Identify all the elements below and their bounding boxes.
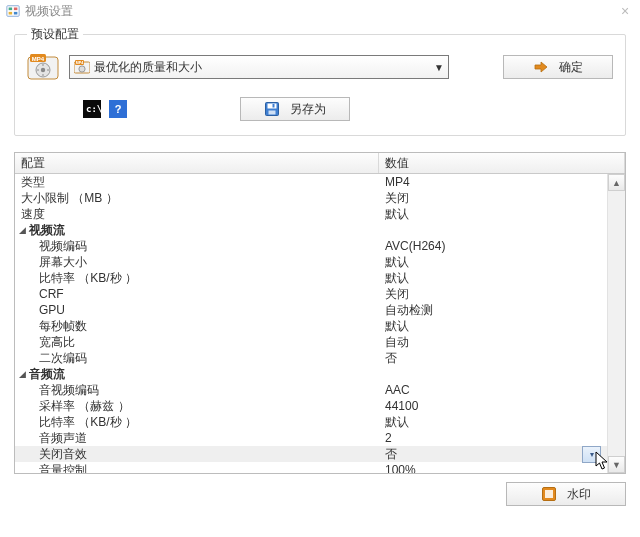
cell-value-text: 默认: [385, 318, 409, 335]
cell-key: 音视频编码: [15, 382, 379, 399]
cell-value-text: 默认: [385, 270, 409, 287]
cell-value-text: AVC(H264): [385, 239, 445, 253]
table-row[interactable]: 比特率 （KB/秒 ）默认: [15, 414, 607, 430]
vertical-scrollbar[interactable]: ▲ ▼: [607, 174, 625, 473]
table-body: 类型MP4大小限制 （MB ）关闭速度默认◢视频流视频编码AVC(H264)屏幕…: [15, 174, 607, 473]
close-icon[interactable]: ×: [616, 3, 634, 19]
header-config[interactable]: 配置: [15, 153, 379, 173]
svg-rect-1: [9, 8, 13, 11]
cell-dropdown-button[interactable]: ▾: [582, 446, 601, 463]
cell-value-text: 关闭: [385, 286, 409, 303]
preset-format-icon: MP4: [27, 51, 59, 83]
group-label: 音频流: [29, 366, 65, 383]
header-value[interactable]: 数值: [379, 153, 625, 173]
commandline-icon[interactable]: c:\: [83, 100, 101, 118]
table-row[interactable]: 宽高比自动: [15, 334, 607, 350]
table-row[interactable]: 音量控制100%: [15, 462, 607, 473]
scroll-down-icon[interactable]: ▼: [608, 456, 625, 473]
cell-value[interactable]: 默认: [379, 254, 607, 271]
table-row[interactable]: 采样率 （赫兹 ）44100: [15, 398, 607, 414]
cell-value[interactable]: MP4: [379, 175, 607, 189]
svg-rect-25: [545, 490, 553, 498]
table-group[interactable]: ◢音频流: [15, 366, 607, 382]
cell-value-text: 默认: [385, 206, 409, 223]
preset-combo-label: 最优化的质量和大小: [94, 59, 430, 76]
cell-value[interactable]: 默认: [379, 318, 607, 335]
svg-rect-23: [273, 104, 275, 108]
ok-button[interactable]: 确定: [503, 55, 613, 79]
ok-button-label: 确定: [559, 59, 583, 76]
table-row[interactable]: 音视频编码AAC: [15, 382, 607, 398]
save-as-button[interactable]: 另存为: [240, 97, 350, 121]
collapse-icon: ◢: [15, 369, 29, 379]
preset-combo-icon: MP4: [74, 59, 90, 75]
table-header: 配置 数值: [15, 153, 625, 174]
svg-point-11: [47, 69, 49, 71]
table-row[interactable]: 视频编码AVC(H264): [15, 238, 607, 254]
cell-value[interactable]: 100%: [379, 463, 607, 473]
table-row[interactable]: 关闭音效否▾: [15, 446, 607, 462]
cell-key: 关闭音效: [15, 446, 379, 463]
cell-value[interactable]: 默认: [379, 270, 607, 287]
svg-point-10: [37, 69, 39, 71]
preset-legend: 预设配置: [27, 26, 83, 43]
cell-key: 速度: [15, 206, 379, 223]
cell-value[interactable]: 2: [379, 431, 607, 445]
table-row[interactable]: 二次编码否: [15, 350, 607, 366]
cell-value[interactable]: 关闭: [379, 190, 607, 207]
cell-value[interactable]: 关闭: [379, 286, 607, 303]
cell-key: 屏幕大小: [15, 254, 379, 271]
table-group[interactable]: ◢视频流: [15, 222, 607, 238]
cell-key: 二次编码: [15, 350, 379, 367]
cell-key: 大小限制 （MB ）: [15, 190, 379, 207]
cell-value-text: 100%: [385, 463, 416, 473]
cell-key: 音频声道: [15, 430, 379, 447]
table-row[interactable]: 屏幕大小默认: [15, 254, 607, 270]
table-row[interactable]: 音频声道2: [15, 430, 607, 446]
svg-rect-22: [269, 111, 276, 115]
svg-rect-3: [9, 12, 13, 15]
cell-value-text: 关闭: [385, 190, 409, 207]
preset-group: 预设配置 MP4: [14, 26, 626, 136]
table-row[interactable]: CRF关闭: [15, 286, 607, 302]
cell-key: 音量控制: [15, 462, 379, 474]
cell-value[interactable]: 自动: [379, 334, 607, 351]
scroll-up-icon[interactable]: ▲: [608, 174, 625, 191]
svg-text:MP4: MP4: [32, 56, 45, 62]
cell-key: 每秒帧数: [15, 318, 379, 335]
svg-point-9: [41, 68, 45, 72]
group-label: 视频流: [29, 222, 65, 239]
table-row[interactable]: 速度默认: [15, 206, 607, 222]
cell-key: 宽高比: [15, 334, 379, 351]
table-row[interactable]: GPU自动检测: [15, 302, 607, 318]
cell-value[interactable]: AAC: [379, 383, 607, 397]
table-row[interactable]: 类型MP4: [15, 174, 607, 190]
video-settings-window: 视频设置 × 预设配置 MP4: [0, 0, 640, 537]
table-row[interactable]: 每秒帧数默认: [15, 318, 607, 334]
cell-value-text: MP4: [385, 175, 410, 189]
cell-value-text: AAC: [385, 383, 410, 397]
cell-value-text: 否: [385, 350, 397, 367]
svg-rect-2: [14, 8, 18, 11]
table-row[interactable]: 大小限制 （MB ）关闭: [15, 190, 607, 206]
cell-value-text: 2: [385, 431, 392, 445]
save-icon: [264, 101, 280, 117]
settings-table: 配置 数值 类型MP4大小限制 （MB ）关闭速度默认◢视频流视频编码AVC(H…: [14, 152, 626, 474]
svg-rect-4: [14, 12, 18, 15]
cell-value[interactable]: 否: [379, 350, 607, 367]
window-title: 视频设置: [25, 3, 73, 20]
cell-value[interactable]: 默认: [379, 206, 607, 223]
cell-key: 采样率 （赫兹 ）: [15, 398, 379, 415]
cell-value[interactable]: AVC(H264): [379, 239, 607, 253]
cell-value[interactable]: 44100: [379, 399, 607, 413]
table-row[interactable]: 比特率 （KB/秒 ）默认: [15, 270, 607, 286]
cell-value[interactable]: 自动检测: [379, 302, 607, 319]
cell-key: 比特率 （KB/秒 ）: [15, 414, 379, 431]
watermark-button[interactable]: 水印: [506, 482, 626, 506]
svg-point-13: [42, 74, 44, 76]
preset-combo[interactable]: MP4 最优化的质量和大小 ▼: [69, 55, 449, 79]
cell-key: 比特率 （KB/秒 ）: [15, 270, 379, 287]
cell-value[interactable]: 否▾: [379, 446, 607, 463]
cell-value[interactable]: 默认: [379, 414, 607, 431]
help-icon[interactable]: ?: [109, 100, 127, 118]
